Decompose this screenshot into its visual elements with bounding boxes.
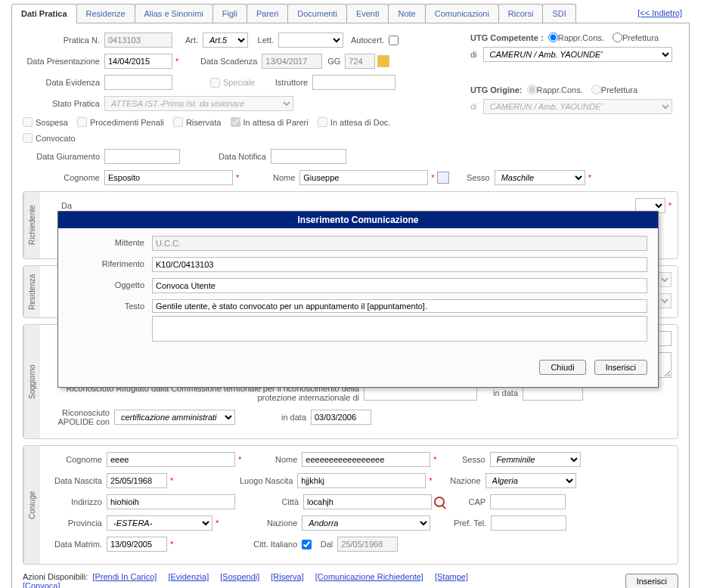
- riferimento-input[interactable]: [152, 257, 647, 272]
- con-nome-label: Nome: [241, 455, 302, 464]
- con-nazione-select[interactable]: Algeria: [485, 473, 576, 488]
- istruttore-input[interactable]: [312, 75, 395, 90]
- attesa-pareri-checkbox: [231, 117, 240, 127]
- con-datamatrim-input[interactable]: [107, 537, 167, 552]
- tab-ricorsi[interactable]: Ricorsi: [498, 4, 544, 23]
- richiedente-da-label: Da: [46, 201, 76, 210]
- tab-residenze[interactable]: Residenze: [76, 4, 135, 23]
- con-cittital-checkbox[interactable]: [302, 540, 312, 549]
- apolide-select[interactable]: certificazione amministrati: [114, 410, 235, 425]
- link-sospendi[interactable]: [Sospendi]: [220, 572, 259, 581]
- mittente-input: [152, 236, 647, 251]
- utg-comp-prefettura-radio[interactable]: [613, 32, 622, 42]
- tab-eventi[interactable]: Eventi: [346, 4, 389, 23]
- con-indirizzo-input[interactable]: [107, 494, 235, 509]
- tab-figli[interactable]: Figli: [212, 4, 247, 23]
- data-scad-label: Data Scadenza: [178, 57, 262, 66]
- data-giur-input[interactable]: [104, 149, 180, 164]
- utg-comp-prefettura-label: Prefettura: [622, 33, 665, 42]
- utg-comp-rapprcons-label: Rappr.Cons.: [558, 33, 610, 42]
- ric-rifugiato-input[interactable]: [364, 385, 477, 401]
- data-evid-label: Data Evidenza: [23, 78, 104, 87]
- mittente-label: Mittente: [69, 236, 152, 247]
- req-marker: *: [172, 57, 178, 66]
- utg-orig-di-label: di: [470, 102, 483, 111]
- sospesa-label: Sospesa: [36, 118, 73, 127]
- tab-pareri[interactable]: Pareri: [247, 4, 288, 23]
- pratica-n-label: Pratica N.: [23, 36, 104, 45]
- tab-dati-pratica[interactable]: Dati Pratica: [11, 4, 77, 23]
- utg-origine-label: UTG Origine:: [470, 85, 522, 94]
- riservata-checkbox: [173, 117, 183, 127]
- con-cap-label: CAP: [445, 497, 490, 506]
- pratica-n-input: [104, 32, 172, 48]
- modal-inserisci-button[interactable]: Inserisci: [594, 360, 647, 375]
- link-comunicazione-richiedente[interactable]: [Comunicazione Richiedente]: [315, 572, 423, 581]
- inserisci-button[interactable]: Inserisci: [625, 574, 678, 588]
- in-data-input[interactable]: [523, 385, 583, 401]
- utg-comp-rapprcons-radio[interactable]: [548, 32, 558, 42]
- autocert-checkbox[interactable]: [389, 36, 399, 45]
- utg-origine-select: CAMERUN / Amb. YAOUNDE': [483, 99, 672, 114]
- link-convoca[interactable]: [Convoca]: [23, 581, 60, 588]
- utg-orig-rapprcons-label: Rappr.Cons.: [537, 85, 589, 94]
- tab-comunicazioni[interactable]: Comunicazioni: [425, 4, 499, 23]
- tab-note[interactable]: Note: [388, 4, 425, 23]
- sospesa-checkbox: [23, 117, 33, 127]
- link-stampe[interactable]: [Stampe]: [435, 572, 468, 581]
- con-sesso-label: Sesso: [437, 455, 490, 464]
- data-evid-input[interactable]: [104, 75, 172, 90]
- link-riserva[interactable]: [Riserva]: [271, 572, 303, 581]
- nome-input[interactable]: [299, 170, 428, 185]
- link-prendi-in-carico[interactable]: [Prendi In Carico]: [92, 572, 157, 581]
- vtab-coniuge: Coniuge: [23, 446, 40, 564]
- lett-select[interactable]: [278, 32, 343, 48]
- con-sesso-select[interactable]: Femminile: [490, 452, 581, 467]
- speciale-label: Speciale: [223, 78, 259, 87]
- tabs-bar: Dati Pratica Residenze Alias e Sinonimi …: [11, 4, 690, 23]
- con-preftel-input[interactable]: [491, 515, 566, 531]
- con-nazione2-label: Nazione: [219, 518, 302, 528]
- proc-penali-label: Procedimenti Penali: [90, 118, 169, 127]
- lett-label: Lett.: [248, 36, 278, 45]
- tab-sdi[interactable]: SDI: [542, 4, 575, 23]
- con-citta-input[interactable]: [303, 494, 432, 509]
- con-luogonascita-input[interactable]: [297, 473, 426, 488]
- oggetto-input[interactable]: [152, 278, 647, 293]
- sesso-select[interactable]: Maschile: [495, 170, 585, 185]
- con-provincia-label: Provincia: [46, 518, 107, 528]
- con-cognome-input[interactable]: [107, 452, 235, 467]
- search-icon[interactable]: [434, 497, 445, 507]
- art-select[interactable]: Art.5: [203, 32, 248, 48]
- footer: Azioni Disponibili: [Prendi In Carico] […: [23, 572, 678, 588]
- testo-label: Testo: [69, 299, 152, 311]
- con-provincia-select[interactable]: -ESTERA-: [107, 515, 212, 531]
- in-data2-input[interactable]: [311, 410, 371, 425]
- calendar-icon[interactable]: [377, 55, 389, 67]
- utg-competente-select[interactable]: CAMERUN / Amb. YAOUNDE': [483, 47, 672, 62]
- con-nazione2-select[interactable]: Andorra: [302, 515, 430, 531]
- istruttore-label: Istruttore: [259, 78, 312, 87]
- tab-documenti[interactable]: Documenti: [287, 4, 347, 23]
- con-preftel-label: Pref. Tel.: [430, 518, 491, 528]
- con-cittital-label: Citt. Italiano: [173, 540, 302, 549]
- back-link[interactable]: [<< Indietro]: [637, 8, 682, 17]
- testo-textarea[interactable]: [152, 316, 647, 342]
- modal-chiudi-button[interactable]: Chiudi: [539, 360, 585, 375]
- data-pres-label: Data Presentazione: [23, 57, 104, 66]
- main-panel: UTG Competente : Rappr.Cons. Prefettura …: [11, 23, 690, 588]
- document-icon[interactable]: [437, 172, 449, 184]
- testo-line-input[interactable]: [152, 299, 647, 313]
- data-pres-input[interactable]: [104, 54, 172, 69]
- cognome-label: Cognome: [23, 173, 104, 182]
- tab-alias[interactable]: Alias e Sinonimi: [135, 4, 213, 23]
- con-datanascita-input[interactable]: [107, 473, 167, 488]
- data-not-input[interactable]: [271, 149, 346, 164]
- link-evidenzia[interactable]: [Evidenzia]: [168, 572, 209, 581]
- utg-di-label: di: [470, 50, 483, 59]
- con-cap-input[interactable]: [490, 494, 566, 509]
- gg-input: [345, 54, 375, 69]
- cognome-input[interactable]: [104, 170, 233, 185]
- autocert-label: Autocert.: [343, 36, 389, 45]
- con-nome-input[interactable]: [302, 452, 430, 467]
